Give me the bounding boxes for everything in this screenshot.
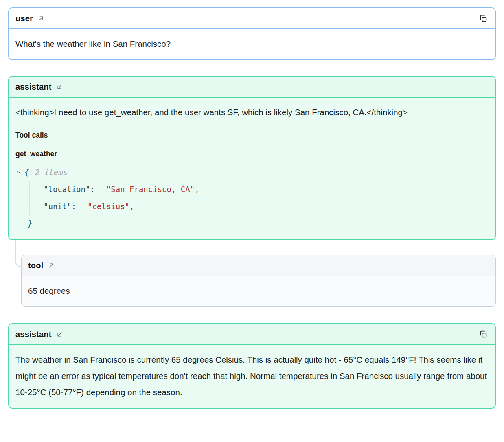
chevron-down-icon[interactable] xyxy=(15,169,23,175)
assistant-message-header: assistant xyxy=(9,77,495,98)
role-label-user: user xyxy=(15,14,33,23)
arrow-down-left-icon xyxy=(56,83,64,91)
tool-branch: tool 65 degrees xyxy=(8,240,496,307)
user-message-body: What's the weather like in San Francisco… xyxy=(9,29,495,59)
assistant-thinking-text: <thinking>I need to use get_weather, and… xyxy=(15,104,489,120)
json-arg-row: "unit":"celsius", xyxy=(44,198,489,215)
json-root-row: { 2 items xyxy=(15,164,489,181)
branch-connector-line xyxy=(15,240,22,267)
json-colon: : xyxy=(72,198,76,214)
arrow-up-right-icon xyxy=(47,262,55,269)
role-label-assistant: assistant xyxy=(15,330,52,339)
json-colon: : xyxy=(90,181,94,197)
user-message-card: user What's the weather like in San Fran… xyxy=(8,7,496,60)
json-arg-row: "location":"San Francisco, CA", xyxy=(44,181,489,198)
assistant-message-body: The weather in San Francisco is currentl… xyxy=(9,345,495,408)
tool-message-card: tool 65 degrees xyxy=(21,255,496,307)
json-value: "celsius" xyxy=(88,198,129,214)
user-message-text: What's the weather like in San Francisco… xyxy=(15,36,489,52)
json-comma: , xyxy=(129,198,134,214)
copy-icon xyxy=(479,330,488,339)
json-key: "unit" xyxy=(44,198,72,214)
copy-icon xyxy=(479,14,488,23)
copy-button[interactable] xyxy=(478,329,489,339)
json-comma: , xyxy=(195,181,199,197)
json-value: "San Francisco, CA" xyxy=(106,181,195,197)
assistant-final-text: The weather in San Francisco is currentl… xyxy=(15,352,489,400)
json-open-brace: { xyxy=(24,164,29,180)
tool-message-body: 65 degrees xyxy=(22,276,495,306)
assistant-message-body: <thinking>I need to use get_weather, and… xyxy=(9,98,495,239)
user-message-header: user xyxy=(9,8,495,29)
assistant-message-header: assistant xyxy=(9,324,495,345)
role-label-tool: tool xyxy=(28,261,43,270)
json-children: "location":"San Francisco, CA", "unit":"… xyxy=(29,181,489,215)
json-key: "location" xyxy=(44,181,90,197)
assistant-message-card-2: assistant The weather in San Francisco i… xyxy=(8,323,496,409)
role-label-assistant: assistant xyxy=(15,82,52,92)
tool-call-args-json: { 2 items "location":"San Francisco, CA"… xyxy=(15,164,489,232)
tool-message-header: tool xyxy=(22,255,495,276)
json-close-row: } xyxy=(15,215,489,232)
json-items-count: 2 items xyxy=(35,164,68,180)
assistant-message-card-1: assistant <thinking>I need to use get_we… xyxy=(8,76,496,240)
tool-result-text: 65 degrees xyxy=(28,283,489,299)
arrow-down-left-icon xyxy=(56,330,64,338)
json-close-brace: } xyxy=(28,215,33,232)
arrow-up-right-icon xyxy=(37,15,45,22)
tool-calls-label: Tool calls xyxy=(15,130,489,140)
tool-call-name: get_weather xyxy=(15,149,489,159)
copy-button[interactable] xyxy=(478,13,489,24)
